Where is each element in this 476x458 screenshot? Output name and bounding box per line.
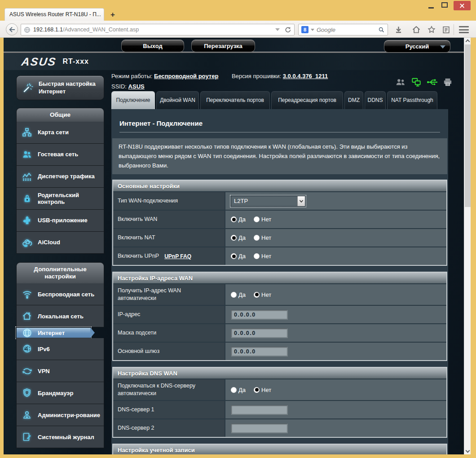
page-description: RT-N18U поддерживает несколько типов под… xyxy=(112,138,447,174)
url-dropdown-icon[interactable] xyxy=(275,28,280,31)
tab-nat-passthrough[interactable]: NAT Passthrough xyxy=(387,91,437,109)
search-placeholder: Google xyxy=(317,26,376,33)
gateway-input[interactable] xyxy=(231,347,287,356)
radio-no[interactable] xyxy=(254,253,260,259)
tab-ddns[interactable]: DDNS xyxy=(365,91,386,109)
back-button[interactable] xyxy=(6,23,18,35)
wired-lan-icon[interactable] xyxy=(411,77,421,87)
sidebar-item-ipv6[interactable]: IPv6 IPv6 xyxy=(16,338,104,360)
downloads-button[interactable] xyxy=(392,23,405,36)
radio-yes[interactable] xyxy=(231,292,237,298)
search-engine-icon[interactable]: 8 xyxy=(301,26,309,33)
sidebar-item-wan[interactable]: Интернет xyxy=(16,327,91,338)
new-tab-button[interactable]: + xyxy=(107,9,119,20)
minimize-button[interactable] xyxy=(428,3,435,9)
ipv6-icon: IPv6 xyxy=(19,344,35,355)
sidebar-item-wireless[interactable]: Беспроводная сеть xyxy=(16,283,104,305)
wan-type-select[interactable]: L2TP xyxy=(231,196,305,207)
tab-dmz[interactable]: DMZ xyxy=(344,91,363,109)
radio-yes[interactable] xyxy=(231,235,237,241)
scrollbar-thumb[interactable] xyxy=(465,44,471,207)
radio-yes[interactable] xyxy=(231,387,237,393)
row-label: Включить UPnP xyxy=(118,252,159,260)
usb-icon[interactable] xyxy=(427,78,437,86)
clients-icon[interactable] xyxy=(395,78,406,87)
sidebar-item-usb-application[interactable]: USB-приложение xyxy=(16,210,104,232)
bookmark-button[interactable] xyxy=(425,23,438,36)
search-bar[interactable]: 8 Google xyxy=(298,24,388,35)
sidebar-item-network-map[interactable]: Карта сети xyxy=(16,122,104,144)
sidebar-item-parental-control[interactable]: Родительский контроль xyxy=(16,188,104,210)
row-label: IP-адрес xyxy=(113,306,225,323)
menu-button[interactable] xyxy=(459,26,469,35)
select-arrow-icon[interactable] xyxy=(297,196,305,206)
radio-yes-label: Да xyxy=(238,234,246,241)
home-button[interactable] xyxy=(410,23,423,36)
bookmarks-list-button[interactable] xyxy=(439,23,453,36)
radio-no[interactable] xyxy=(254,235,260,241)
reboot-button[interactable]: Перезагрузка xyxy=(191,40,255,52)
ssid-link[interactable]: ASUS xyxy=(128,83,145,90)
firmware-version-link[interactable]: 3.0.0.4.376_1211 xyxy=(283,73,328,79)
sidebar-group-advanced: Дополнительные настройки Беспроводная се… xyxy=(16,262,104,448)
tab-dual-wan[interactable]: Двойной WAN xyxy=(156,91,199,109)
mode-label: Режим работы: xyxy=(111,73,152,79)
sidebar-item-aicloud[interactable]: AiCloud xyxy=(16,232,104,254)
url-bar[interactable]: 192.168.1.1/Advanced_WAN_Content.asp xyxy=(21,24,295,35)
close-button[interactable] xyxy=(454,1,471,10)
maximize-button[interactable] xyxy=(441,2,448,8)
sidebar-item-label: IPv6 xyxy=(38,346,50,353)
site-globe-icon xyxy=(24,26,31,33)
asus-header: ASUS RT-xxx xyxy=(4,53,464,70)
upnp-faq-link[interactable]: UPnP FAQ xyxy=(164,253,191,260)
tab-connection[interactable]: Подключение xyxy=(111,91,155,109)
scroll-down-icon[interactable] xyxy=(466,449,470,453)
row-label: Включить NAT xyxy=(113,229,225,247)
back-arrow-icon xyxy=(8,26,16,34)
radio-no-label: Нет xyxy=(261,253,271,260)
sidebar-item-firewall[interactable]: Брандмауэр xyxy=(16,382,104,404)
sidebar-item-vpn[interactable]: VPN xyxy=(16,360,104,382)
main-content: Интернет - Подключение RT-N18U поддержив… xyxy=(111,109,448,454)
radio-yes[interactable] xyxy=(231,253,237,259)
traffic-manager-icon xyxy=(19,171,35,182)
radio-yes-label: Да xyxy=(238,387,246,393)
logout-button[interactable]: Выход xyxy=(121,40,184,52)
operation-mode-link[interactable]: Беспроводной роутер xyxy=(154,73,218,79)
scroll-up-icon[interactable] xyxy=(466,40,470,44)
dns2-input[interactable] xyxy=(231,423,287,433)
dns1-input[interactable] xyxy=(231,405,287,414)
browser-tab[interactable]: ASUS Wireless Router RT-N18U - П... xyxy=(4,8,104,21)
wan-ip-input[interactable] xyxy=(231,310,287,319)
tab-port-forwarding[interactable]: Переадресация портов xyxy=(271,91,343,109)
table-row: DNS-сервер 1 xyxy=(113,400,446,418)
radio-no[interactable] xyxy=(254,387,260,393)
cloud-icon xyxy=(19,237,35,248)
section-title: Основные настройки xyxy=(113,181,446,192)
tab-port-trigger[interactable]: Переключатель портов xyxy=(200,91,270,109)
sidebar-item-lan[interactable]: Локальная сеть xyxy=(16,305,104,327)
table-row: Маска подсети xyxy=(113,323,446,342)
sidebar-item-quick-setup[interactable]: Быстрая настройка Интернет xyxy=(16,75,104,100)
reload-icon[interactable] xyxy=(284,26,291,33)
chevron-down-icon xyxy=(440,45,445,48)
radio-yes[interactable] xyxy=(231,216,237,222)
language-label: Русский xyxy=(405,43,429,50)
scrollbar[interactable] xyxy=(464,38,471,454)
search-engine-dropdown-icon[interactable] xyxy=(311,29,314,31)
sidebar-item-traffic-manager[interactable]: Диспетчер трафика xyxy=(16,166,104,188)
sidebar-item-label: Администри-рование xyxy=(38,412,100,419)
sidebar-item-guest-network[interactable]: Гостевая сеть xyxy=(16,144,104,166)
subnet-mask-input[interactable] xyxy=(231,328,287,338)
sidebar-item-administration[interactable]: Администри-рование xyxy=(16,404,104,426)
radio-no[interactable] xyxy=(254,216,260,222)
section-basic-config: Основные настройки Тип WAN-подключения L… xyxy=(112,180,447,266)
radio-no[interactable] xyxy=(254,292,260,298)
language-select[interactable]: Русский xyxy=(384,40,450,53)
sidebar-item-system-log[interactable]: Системный журнал xyxy=(16,426,104,448)
table-row: Включить NAT Да Нет xyxy=(113,228,446,247)
sidebar-item-label: Брандмауэр xyxy=(38,390,73,397)
search-icon[interactable] xyxy=(378,26,385,33)
printer-icon[interactable] xyxy=(443,78,453,87)
title-divider xyxy=(119,132,440,132)
